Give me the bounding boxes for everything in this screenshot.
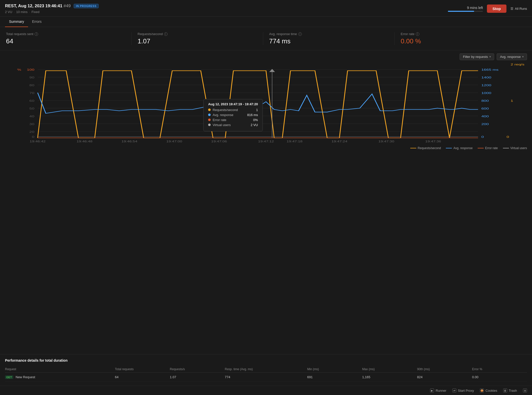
- tab-errors[interactable]: Errors: [28, 17, 46, 27]
- metric-label-avg: Avg. response time i: [269, 32, 388, 36]
- vu-label: 2 VU: [5, 10, 12, 14]
- svg-text:60: 60: [29, 99, 34, 102]
- metric-value-rps: 1.07: [138, 37, 257, 45]
- subtitle-row: 2 VU · 10 mins · Fixed: [5, 10, 99, 14]
- svg-text:19:46:54: 19:46:54: [121, 140, 138, 143]
- timer-text: 9 mins left: [467, 6, 483, 10]
- svg-text:600: 600: [481, 107, 489, 110]
- svg-text:19:46:42: 19:46:42: [30, 140, 46, 143]
- cookies-button[interactable]: 🍪 Cookies: [480, 388, 497, 392]
- duration-label: 10 mins: [16, 10, 28, 14]
- svg-text:2 req/s: 2 req/s: [511, 63, 524, 66]
- chevron-down-icon: ▾: [489, 55, 491, 58]
- avg-response-button[interactable]: Avg. response ▾: [497, 53, 527, 60]
- metric-rps: Requests/second i 1.07: [131, 32, 263, 45]
- svg-text:0: 0: [32, 135, 34, 139]
- svg-text:1: 1: [511, 99, 513, 102]
- runner-icon: ▶: [430, 388, 434, 392]
- svg-text:%: %: [17, 68, 21, 71]
- svg-text:40: 40: [29, 115, 34, 118]
- table-header: Request Total requests Requests/s Resp. …: [5, 366, 527, 373]
- legend-line-vu: [503, 148, 509, 148]
- info-icon-rps[interactable]: i: [164, 32, 168, 36]
- cell-resp: 774: [225, 375, 307, 379]
- grid-button[interactable]: ⊞: [523, 388, 527, 392]
- proxy-icon: ⇌: [452, 388, 456, 392]
- metric-avg-response: Avg. response time i 774 ms: [263, 32, 395, 45]
- svg-text:0: 0: [481, 135, 484, 139]
- chart-controls: Filter by requests ▾ Avg. response ▾: [5, 50, 527, 62]
- metric-error-rate: Error rate i 0.00 %: [395, 32, 526, 45]
- stop-button[interactable]: Stop: [487, 5, 506, 13]
- svg-text:19:47:06: 19:47:06: [211, 140, 227, 143]
- metric-label-error: Error rate i: [401, 32, 520, 36]
- svg-text:400: 400: [481, 115, 489, 118]
- svg-text:50: 50: [29, 107, 34, 110]
- filter-by-requests-button[interactable]: Filter by requests ▾: [460, 53, 494, 60]
- cell-rps: 1.07: [170, 375, 225, 379]
- metric-value-avg: 774 ms: [269, 37, 388, 45]
- header: REST, Aug 12, 2023 19:46:41 #49 IN PROGR…: [0, 0, 532, 17]
- svg-text:19:47:36: 19:47:36: [425, 140, 441, 143]
- svg-text:20: 20: [29, 130, 34, 133]
- info-icon-error[interactable]: i: [416, 32, 419, 36]
- mode-label: Fixed: [32, 10, 40, 14]
- cookies-icon: 🍪: [480, 388, 484, 392]
- title-row: REST, Aug 12, 2023 19:46:41 #49 IN PROGR…: [5, 4, 99, 9]
- tab-summary[interactable]: Summary: [5, 17, 28, 27]
- footer: ▶ Runner ⇌ Start Proxy 🍪 Cookies 🗑 Trash…: [0, 386, 532, 395]
- cell-min: 691: [307, 375, 362, 379]
- runner-button[interactable]: ▶ Runner: [430, 388, 446, 392]
- info-icon-total[interactable]: i: [35, 32, 38, 36]
- timer-bar: [448, 11, 483, 12]
- svg-text:200: 200: [481, 122, 489, 126]
- chevron-down-icon-2: ▾: [522, 55, 524, 58]
- trash-icon: 🗑: [503, 388, 507, 392]
- chart-section: Filter by requests ▾ Avg. response ▾: [0, 50, 532, 354]
- metric-label-rps: Requests/second i: [138, 32, 257, 36]
- legend-line-error: [478, 148, 484, 148]
- legend-rps: Requests/second: [410, 146, 441, 150]
- start-proxy-button[interactable]: ⇌ Start Proxy: [452, 388, 474, 392]
- metric-value-error: 0.00 %: [401, 37, 520, 45]
- col-min: Min (ms): [307, 367, 362, 371]
- legend-line-avg: [446, 148, 452, 148]
- col-request: Request: [5, 367, 115, 371]
- cell-request: GET New Request: [5, 375, 115, 379]
- svg-text:0: 0: [507, 135, 509, 139]
- info-icon-avg[interactable]: i: [298, 32, 302, 36]
- header-left: REST, Aug 12, 2023 19:46:41 #49 IN PROGR…: [5, 4, 99, 14]
- timer-section: 9 mins left: [448, 6, 483, 12]
- chart-legend: Requests/second Avg. response Error rate…: [5, 144, 527, 151]
- status-badge: IN PROGRESS: [74, 4, 99, 8]
- svg-text:19:47:30: 19:47:30: [378, 140, 394, 143]
- cell-total: 64: [115, 375, 170, 379]
- metric-value-total: 64: [6, 37, 125, 45]
- svg-text:1200: 1200: [481, 83, 491, 87]
- timer-fill: [448, 11, 474, 12]
- col-rps: Requests/s: [170, 367, 225, 371]
- page-title: REST, Aug 12, 2023 19:46:41 #49: [5, 4, 71, 9]
- tabs-row: Summary Errors: [0, 17, 532, 27]
- svg-text:19:47:18: 19:47:18: [287, 140, 302, 143]
- metrics-row: Total requests sent i 64 Requests/second…: [0, 27, 532, 50]
- svg-text:19:47:24: 19:47:24: [331, 140, 347, 143]
- list-icon: ☰: [510, 7, 513, 11]
- chart-wrapper: 100 % 90 80 70 60 50 40 30 20 0 1665 ms …: [5, 62, 527, 144]
- svg-text:90: 90: [29, 76, 34, 79]
- svg-text:800: 800: [481, 99, 489, 102]
- svg-text:100: 100: [27, 68, 34, 71]
- legend-vu: Virtual users: [503, 146, 527, 150]
- table-row: GET New Request 64 1.07 774 691 1,165 82…: [5, 373, 527, 382]
- header-right: 9 mins left Stop ☰ All Runs: [448, 5, 527, 13]
- metric-total-requests: Total requests sent i 64: [6, 32, 131, 45]
- trash-button[interactable]: 🗑 Trash: [503, 388, 517, 392]
- metric-label-total: Total requests sent i: [6, 32, 125, 36]
- all-runs-button[interactable]: ☰ All Runs: [510, 7, 527, 11]
- svg-text:1000: 1000: [481, 91, 491, 94]
- grid-icon: ⊞: [523, 388, 527, 392]
- legend-avg: Avg. response: [446, 146, 473, 150]
- get-badge: GET: [5, 375, 13, 379]
- svg-text:70: 70: [29, 91, 34, 94]
- svg-text:19:46:48: 19:46:48: [77, 140, 92, 143]
